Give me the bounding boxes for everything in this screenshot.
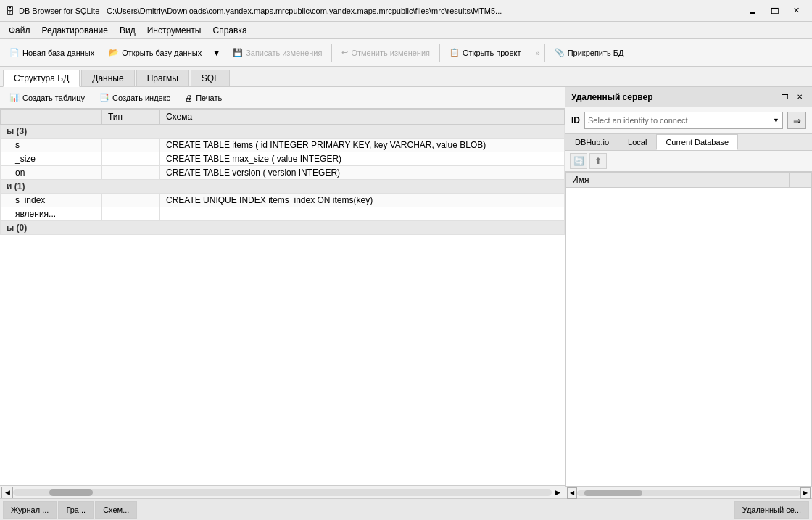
- tab-structure[interactable]: Структура БД: [3, 70, 80, 87]
- right-hscroll[interactable]: ◀ ▶: [566, 487, 812, 498]
- menu-bar: Файл Редактирование Вид Инструменты Спра…: [0, 22, 812, 39]
- identity-select[interactable]: Select an identity to connect ▼: [584, 112, 783, 129]
- row-type: [102, 194, 160, 207]
- sub-toolbar: 📊 Создать таблицу 📑 Создать индекс 🖨 Печ…: [0, 87, 565, 109]
- separator-1: [223, 44, 223, 62]
- connect-button[interactable]: ⇒: [787, 112, 806, 129]
- menu-tools[interactable]: Инструменты: [141, 24, 207, 37]
- panel-close-button[interactable]: ✕: [793, 91, 806, 104]
- row-type: [102, 152, 160, 166]
- app-icon: 🗄: [6, 6, 14, 16]
- row-name: s: [1, 139, 102, 152]
- identity-label: ID: [571, 115, 580, 125]
- scroll-left-arrow[interactable]: ◀: [1, 487, 13, 498]
- open-db-icon: 📂: [109, 48, 119, 57]
- row-schema: CREATE TABLE max_size ( value INTEGER): [160, 152, 565, 166]
- table-row: и (1): [1, 180, 565, 194]
- expand-icon: »: [536, 49, 540, 57]
- right-scroll-left[interactable]: ◀: [567, 487, 577, 499]
- bottom-tab-remote[interactable]: Удаленный се...: [734, 501, 809, 519]
- open-project-button[interactable]: 📋 Открыть проект: [443, 43, 528, 63]
- table-row[interactable]: on CREATE TABLE version ( version INTEGE…: [1, 166, 565, 180]
- new-db-label: Новая база данных: [22, 49, 94, 57]
- close-button[interactable]: ✕: [786, 4, 806, 18]
- print-button[interactable]: 🖨 Печать: [178, 88, 228, 108]
- chevron-down-icon: ▼: [773, 117, 779, 124]
- right-scroll-track[interactable]: [577, 490, 800, 496]
- row-name: s_index: [1, 194, 102, 207]
- tab-current-database[interactable]: Current Database: [656, 134, 738, 150]
- tab-dbhubio[interactable]: DBHub.io: [566, 134, 618, 150]
- table-row[interactable]: s_index CREATE UNIQUE INDEX items_index …: [1, 194, 565, 207]
- menu-file[interactable]: Файл: [3, 24, 36, 37]
- create-table-icon: 📊: [9, 93, 20, 102]
- panel-maximize-button[interactable]: 🗖: [779, 91, 792, 104]
- bottom-tab-schema[interactable]: Схем...: [95, 501, 137, 519]
- right-panel-title: Удаленный сервер 🗖 ✕: [566, 87, 812, 107]
- open-db-button[interactable]: 📂 Открыть базу данных: [102, 43, 208, 63]
- row-schema: CREATE UNIQUE INDEX items_index ON items…: [160, 194, 565, 207]
- tab-local[interactable]: Local: [618, 134, 656, 150]
- refresh-button[interactable]: 🔄: [570, 153, 587, 169]
- scroll-track[interactable]: [13, 489, 552, 496]
- attach-db-button[interactable]: 📎 Прикрепить БД: [548, 43, 631, 63]
- attach-icon: 📎: [555, 48, 565, 57]
- row-type: [102, 207, 160, 221]
- row-name: on: [1, 166, 102, 180]
- write-changes-button[interactable]: 💾 Записать изменения: [226, 43, 328, 63]
- upload-icon: ⬆: [594, 156, 602, 166]
- maximize-button[interactable]: 🗖: [764, 4, 784, 18]
- left-panel: 📊 Создать таблицу 📑 Создать индекс 🖨 Печ…: [0, 87, 566, 498]
- revert-label: Отменить изменения: [351, 49, 430, 57]
- panel-title: Удаленный сервер: [571, 92, 653, 102]
- name-column-header: Имя: [566, 173, 790, 187]
- table-area[interactable]: Тип Схема ы (3) s CREATE TABLE items ( i…: [0, 109, 565, 485]
- bottom-tab-graph[interactable]: Гра...: [58, 501, 94, 519]
- new-db-button[interactable]: 📄 Новая база данных: [3, 43, 101, 63]
- right-panel-tabs: DBHub.io Local Current Database: [566, 134, 812, 151]
- open-db-label: Открыть базу данных: [122, 49, 202, 57]
- separator-5: [544, 44, 545, 62]
- minimize-button[interactable]: 🗕: [742, 4, 763, 18]
- create-index-label: Создать индекс: [112, 94, 170, 102]
- menu-help[interactable]: Справка: [207, 24, 252, 37]
- col-header-name: [1, 110, 102, 125]
- separator-3: [439, 44, 440, 62]
- open-project-icon: 📋: [450, 48, 460, 57]
- bottom-tabs: Журнал ... Гра... Схем... Удаленный се..…: [0, 498, 812, 520]
- bottom-tab-journal[interactable]: Журнал ...: [3, 501, 57, 519]
- attach-label: Прикрепить БД: [568, 49, 624, 57]
- write-icon: 💾: [233, 48, 243, 57]
- identity-select-text: Select an identity to connect: [588, 116, 688, 125]
- create-index-button[interactable]: 📑 Создать индекс: [93, 88, 177, 108]
- right-scroll-right[interactable]: ▶: [800, 487, 811, 499]
- right-scroll-thumb[interactable]: [584, 490, 642, 496]
- revert-button[interactable]: ↩ Отменить изменения: [335, 43, 436, 63]
- tab-pragmas[interactable]: Прагмы: [136, 70, 189, 86]
- refresh-icon: 🔄: [573, 156, 584, 166]
- menu-edit[interactable]: Редактирование: [36, 24, 114, 37]
- separator-2: [331, 44, 332, 62]
- connect-icon: ⇒: [793, 115, 801, 126]
- tab-data[interactable]: Данные: [81, 70, 134, 86]
- row-schema: [160, 207, 565, 221]
- scroll-thumb[interactable]: [49, 489, 93, 496]
- separator-4: [531, 44, 531, 62]
- menu-view[interactable]: Вид: [114, 24, 141, 37]
- right-panel: Удаленный сервер 🗖 ✕ ID Select an identi…: [566, 87, 812, 498]
- tab-sql[interactable]: SQL: [191, 70, 230, 86]
- upload-button[interactable]: ⬆: [589, 153, 607, 169]
- table-row[interactable]: s CREATE TABLE items ( id INTEGER PRIMAR…: [1, 139, 565, 152]
- print-icon: 🖨: [185, 94, 193, 102]
- panel-title-buttons: 🗖 ✕: [779, 91, 806, 104]
- create-table-button[interactable]: 📊 Создать таблицу: [3, 88, 91, 108]
- table-row[interactable]: _size CREATE TABLE max_size ( value INTE…: [1, 152, 565, 166]
- title-bar: 🗄 DB Browser for SQLite - C:\Users\Dmitr…: [0, 0, 812, 22]
- open-db-expand[interactable]: ▼: [210, 43, 220, 63]
- new-db-icon: 📄: [9, 48, 20, 57]
- row-schema: CREATE TABLE version ( version INTEGER): [160, 166, 565, 180]
- scroll-right-arrow[interactable]: ▶: [552, 487, 563, 498]
- h-scroll[interactable]: ◀ ▶: [0, 485, 565, 498]
- table-row[interactable]: явления...: [1, 207, 565, 221]
- window-title: DB Browser for SQLite - C:\Users\Dmitriy…: [19, 7, 502, 15]
